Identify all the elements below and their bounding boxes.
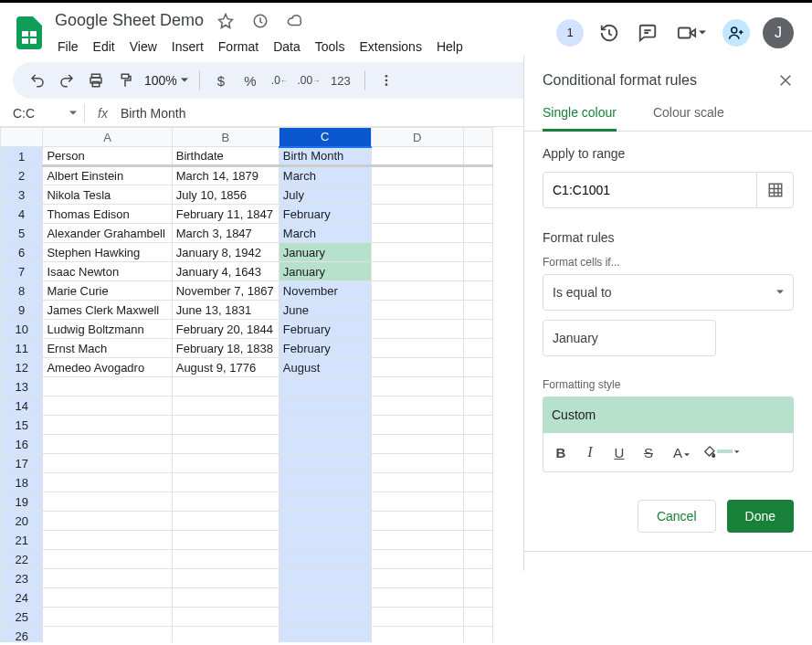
cell[interactable]: Ludwig Boltzmann: [43, 320, 172, 339]
cell[interactable]: [463, 301, 492, 320]
row-header[interactable]: 9: [1, 301, 43, 320]
cell[interactable]: [172, 416, 279, 435]
row-header[interactable]: 25: [1, 608, 43, 627]
cell[interactable]: November 7, 1867: [172, 281, 279, 301]
row-header[interactable]: 14: [1, 397, 43, 416]
condition-value-input[interactable]: January: [543, 320, 716, 356]
name-box[interactable]: C:C: [13, 106, 77, 121]
menu-format[interactable]: Format: [212, 36, 265, 58]
cell[interactable]: [279, 377, 371, 397]
cell[interactable]: [463, 320, 492, 339]
select-range-icon[interactable]: [756, 173, 793, 207]
cell[interactable]: [463, 512, 492, 531]
corner-cell[interactable]: [463, 128, 492, 147]
row-header[interactable]: 13: [1, 377, 43, 397]
cell[interactable]: [371, 473, 463, 492]
cell[interactable]: [463, 339, 492, 358]
cell[interactable]: [463, 397, 492, 416]
cell[interactable]: [371, 588, 463, 608]
increase-decimal-button[interactable]: .00→: [295, 67, 322, 94]
cell[interactable]: Alexander Grahambell: [43, 224, 172, 243]
bold-button[interactable]: B: [549, 440, 573, 464]
menu-view[interactable]: View: [123, 36, 163, 58]
cell[interactable]: [463, 416, 492, 435]
cell[interactable]: [43, 492, 172, 512]
row-header[interactable]: 8: [1, 281, 43, 301]
menu-insert[interactable]: Insert: [165, 36, 210, 58]
history-icon[interactable]: [596, 20, 622, 46]
cell[interactable]: [463, 473, 492, 492]
row-header[interactable]: 12: [1, 358, 43, 377]
cell[interactable]: March 3, 1847: [172, 224, 279, 243]
cell[interactable]: January 8, 1942: [172, 243, 279, 262]
cell[interactable]: January: [279, 243, 371, 262]
cell[interactable]: [172, 608, 279, 627]
cell[interactable]: June: [279, 301, 371, 320]
cell[interactable]: [463, 550, 492, 569]
cell[interactable]: [463, 147, 492, 166]
row-header[interactable]: 10: [1, 320, 43, 339]
spreadsheet-grid[interactable]: ABCD 1PersonBirthdateBirth Month2Albert …: [0, 127, 493, 642]
italic-button[interactable]: I: [578, 440, 602, 464]
cell[interactable]: [371, 492, 463, 512]
cell[interactable]: [172, 454, 279, 473]
condition-select[interactable]: Is equal to: [543, 274, 794, 311]
cell[interactable]: [371, 281, 463, 301]
cell[interactable]: [463, 608, 492, 627]
cell[interactable]: [463, 224, 492, 243]
menu-data[interactable]: Data: [267, 36, 307, 58]
row-header[interactable]: 23: [1, 569, 43, 588]
cancel-button[interactable]: Cancel: [638, 500, 716, 533]
cell[interactable]: [172, 531, 279, 550]
cell[interactable]: [371, 550, 463, 569]
done-button[interactable]: Done: [727, 500, 794, 533]
cell[interactable]: [43, 416, 172, 435]
row-header[interactable]: 4: [1, 205, 43, 224]
cell[interactable]: [371, 512, 463, 531]
cell[interactable]: [371, 454, 463, 473]
cell[interactable]: [371, 301, 463, 320]
cell[interactable]: February: [279, 320, 371, 339]
menu-help[interactable]: Help: [430, 36, 469, 58]
cell[interactable]: [43, 569, 172, 588]
move-icon[interactable]: [248, 8, 273, 34]
tab-single-colour[interactable]: Single colour: [543, 105, 617, 132]
cell[interactable]: [279, 550, 371, 569]
more-toolbar-button[interactable]: [373, 67, 400, 94]
cell[interactable]: [172, 435, 279, 454]
cell[interactable]: [371, 397, 463, 416]
row-header[interactable]: 15: [1, 416, 43, 435]
cell[interactable]: [463, 185, 492, 205]
number-format-button[interactable]: 123: [324, 67, 357, 94]
cell[interactable]: [463, 377, 492, 397]
cell[interactable]: [463, 205, 492, 224]
cell[interactable]: [371, 262, 463, 281]
tab-colour-scale[interactable]: Colour scale: [653, 105, 724, 131]
cell[interactable]: [279, 531, 371, 550]
cell[interactable]: [463, 531, 492, 550]
cell[interactable]: Thomas Edison: [43, 205, 172, 224]
star-icon[interactable]: [213, 8, 238, 34]
row-header[interactable]: 18: [1, 473, 43, 492]
text-color-button[interactable]: A: [666, 440, 697, 464]
cell[interactable]: Amedeo Avogadro: [43, 358, 172, 377]
row-header[interactable]: 1: [1, 147, 43, 166]
cell[interactable]: [43, 377, 172, 397]
row-header[interactable]: 22: [1, 550, 43, 569]
sheets-logo[interactable]: [11, 15, 47, 51]
style-preview[interactable]: Custom: [543, 397, 794, 433]
cell[interactable]: [371, 185, 463, 205]
row-header[interactable]: 3: [1, 185, 43, 205]
menu-tools[interactable]: Tools: [309, 36, 352, 58]
cell[interactable]: [172, 588, 279, 608]
cell[interactable]: [463, 569, 492, 588]
cell[interactable]: January: [279, 262, 371, 281]
cell[interactable]: August 9, 1776: [172, 358, 279, 377]
cell[interactable]: [43, 531, 172, 550]
cell[interactable]: [371, 224, 463, 243]
decrease-decimal-button[interactable]: .0←: [266, 67, 293, 94]
cell[interactable]: [172, 397, 279, 416]
cell[interactable]: [463, 627, 492, 643]
row-header[interactable]: 24: [1, 588, 43, 608]
account-avatar[interactable]: J: [763, 17, 794, 48]
